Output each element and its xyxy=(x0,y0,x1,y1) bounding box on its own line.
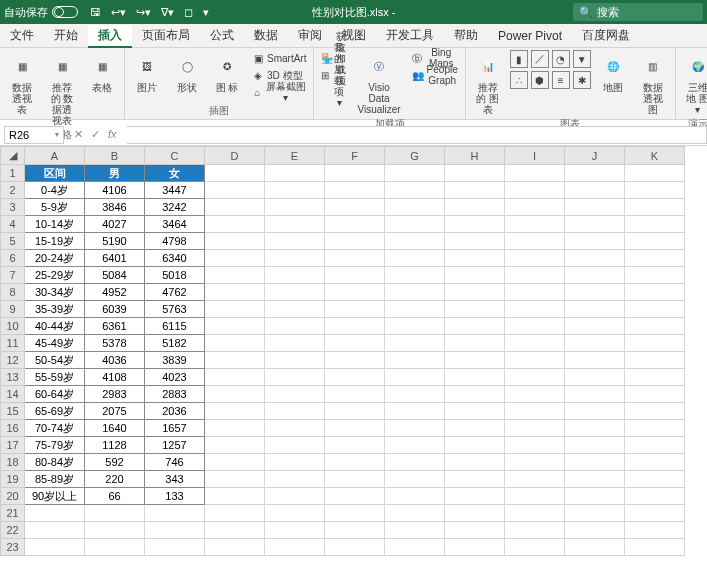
cell-A16[interactable]: 70-74岁 xyxy=(25,420,85,437)
cell-E3[interactable] xyxy=(265,199,325,216)
row-header-19[interactable]: 19 xyxy=(1,471,25,488)
cell-B6[interactable]: 6401 xyxy=(85,250,145,267)
cell-A21[interactable] xyxy=(25,505,85,522)
cell-C13[interactable]: 4023 xyxy=(145,369,205,386)
cell-J3[interactable] xyxy=(565,199,625,216)
chart-stock-icon[interactable]: ≡ xyxy=(552,71,570,89)
cell-I4[interactable] xyxy=(505,216,565,233)
cell-F9[interactable] xyxy=(325,301,385,318)
cell-K1[interactable] xyxy=(625,165,685,182)
cell-J12[interactable] xyxy=(565,352,625,369)
cell-I18[interactable] xyxy=(505,454,565,471)
row-header-12[interactable]: 12 xyxy=(1,352,25,369)
smartart-button[interactable]: ▣SmartArt xyxy=(249,50,309,66)
cell-I23[interactable] xyxy=(505,539,565,556)
cell-F16[interactable] xyxy=(325,420,385,437)
cell-F18[interactable] xyxy=(325,454,385,471)
cell-H10[interactable] xyxy=(445,318,505,335)
cell-B14[interactable]: 2983 xyxy=(85,386,145,403)
row-header-14[interactable]: 14 xyxy=(1,386,25,403)
cell-B22[interactable] xyxy=(85,522,145,539)
cell-A2[interactable]: 0-4岁 xyxy=(25,182,85,199)
cell-G14[interactable] xyxy=(385,386,445,403)
cell-G4[interactable] xyxy=(385,216,445,233)
cell-E1[interactable] xyxy=(265,165,325,182)
col-header-H[interactable]: H xyxy=(445,147,505,165)
cell-K23[interactable] xyxy=(625,539,685,556)
pivot-table-button[interactable]: ▦数据 透视表 xyxy=(4,50,40,117)
name-box[interactable]: R26 ▾ xyxy=(4,126,64,144)
cell-H15[interactable] xyxy=(445,403,505,420)
row-header-13[interactable]: 13 xyxy=(1,369,25,386)
cell-I2[interactable] xyxy=(505,182,565,199)
cell-D15[interactable] xyxy=(205,403,265,420)
3d-map-button[interactable]: 🌍三维地 图 ▾ xyxy=(680,50,707,117)
row-header-3[interactable]: 3 xyxy=(1,199,25,216)
cell-G17[interactable] xyxy=(385,437,445,454)
cell-C17[interactable]: 1257 xyxy=(145,437,205,454)
col-header-B[interactable]: B xyxy=(85,147,145,165)
pictures-button[interactable]: 🖼图片 xyxy=(129,50,165,95)
cell-J15[interactable] xyxy=(565,403,625,420)
cell-E16[interactable] xyxy=(265,420,325,437)
cell-J1[interactable] xyxy=(565,165,625,182)
cell-F10[interactable] xyxy=(325,318,385,335)
cell-C23[interactable] xyxy=(145,539,205,556)
row-header-16[interactable]: 16 xyxy=(1,420,25,437)
filter-icon[interactable]: ∇▾ xyxy=(161,6,174,19)
screenshot-button[interactable]: ⌂屏幕截图 ▾ xyxy=(249,84,309,100)
cell-I22[interactable] xyxy=(505,522,565,539)
cell-K14[interactable] xyxy=(625,386,685,403)
cell-G2[interactable] xyxy=(385,182,445,199)
touch-icon[interactable]: ◻ xyxy=(184,6,193,19)
row-header-2[interactable]: 2 xyxy=(1,182,25,199)
cell-F11[interactable] xyxy=(325,335,385,352)
cell-A7[interactable]: 25-29岁 xyxy=(25,267,85,284)
cell-K19[interactable] xyxy=(625,471,685,488)
cell-D1[interactable] xyxy=(205,165,265,182)
cell-I6[interactable] xyxy=(505,250,565,267)
pivot-chart-button[interactable]: ▥数据透视图 xyxy=(635,50,671,117)
cell-I19[interactable] xyxy=(505,471,565,488)
cell-H13[interactable] xyxy=(445,369,505,386)
cell-C21[interactable] xyxy=(145,505,205,522)
cell-K5[interactable] xyxy=(625,233,685,250)
cell-J16[interactable] xyxy=(565,420,625,437)
cell-I12[interactable] xyxy=(505,352,565,369)
cell-A14[interactable]: 60-64岁 xyxy=(25,386,85,403)
cell-D13[interactable] xyxy=(205,369,265,386)
cell-E21[interactable] xyxy=(265,505,325,522)
row-header-18[interactable]: 18 xyxy=(1,454,25,471)
cell-H2[interactable] xyxy=(445,182,505,199)
cell-F23[interactable] xyxy=(325,539,385,556)
cell-G3[interactable] xyxy=(385,199,445,216)
cell-F21[interactable] xyxy=(325,505,385,522)
cell-B1[interactable]: 男 xyxy=(85,165,145,182)
cell-K18[interactable] xyxy=(625,454,685,471)
cell-E13[interactable] xyxy=(265,369,325,386)
cell-E10[interactable] xyxy=(265,318,325,335)
cell-B16[interactable]: 1640 xyxy=(85,420,145,437)
chart-map-icon[interactable]: ⬢ xyxy=(531,71,549,89)
spreadsheet-grid[interactable]: ◢ABCDEFGHIJK1区间男女20-4岁4106344735-9岁38463… xyxy=(0,146,707,567)
cell-H6[interactable] xyxy=(445,250,505,267)
save-icon[interactable]: 🖫 xyxy=(90,6,101,18)
row-header-8[interactable]: 8 xyxy=(1,284,25,301)
cell-C2[interactable]: 3447 xyxy=(145,182,205,199)
cell-A15[interactable]: 65-69岁 xyxy=(25,403,85,420)
cell-E22[interactable] xyxy=(265,522,325,539)
col-header-D[interactable]: D xyxy=(205,147,265,165)
cell-G8[interactable] xyxy=(385,284,445,301)
cell-F1[interactable] xyxy=(325,165,385,182)
cell-G7[interactable] xyxy=(385,267,445,284)
cell-I5[interactable] xyxy=(505,233,565,250)
tab-file[interactable]: 文件 xyxy=(0,24,44,47)
row-header-10[interactable]: 10 xyxy=(1,318,25,335)
cell-D20[interactable] xyxy=(205,488,265,505)
cell-C5[interactable]: 4798 xyxy=(145,233,205,250)
cell-B3[interactable]: 3846 xyxy=(85,199,145,216)
col-header-F[interactable]: F xyxy=(325,147,385,165)
cell-A13[interactable]: 55-59岁 xyxy=(25,369,85,386)
cell-H1[interactable] xyxy=(445,165,505,182)
cell-D18[interactable] xyxy=(205,454,265,471)
